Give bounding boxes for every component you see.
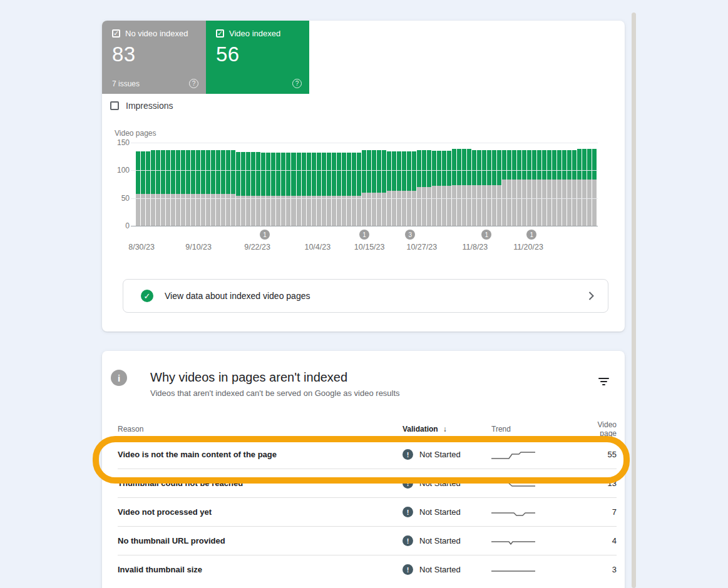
- stacked-bar[interactable]: [447, 143, 451, 226]
- stacked-bar[interactable]: [226, 143, 230, 226]
- stacked-bar[interactable]: [291, 143, 295, 226]
- stacked-bar[interactable]: [472, 143, 476, 226]
- stacked-bar[interactable]: [256, 143, 260, 226]
- stacked-bar[interactable]: [241, 143, 245, 226]
- stacked-bar[interactable]: [196, 143, 200, 226]
- filter-icon[interactable]: [595, 375, 612, 388]
- stacked-bar[interactable]: [387, 143, 391, 226]
- checkbox-impressions[interactable]: [110, 101, 119, 110]
- stacked-bar[interactable]: [412, 143, 416, 226]
- column-header-validation[interactable]: Validation ↓: [402, 425, 491, 433]
- stacked-bar[interactable]: [216, 143, 220, 226]
- stacked-bar[interactable]: [261, 143, 265, 226]
- stacked-bar[interactable]: [417, 143, 421, 226]
- stacked-bar[interactable]: [347, 143, 351, 226]
- stacked-bar[interactable]: [271, 143, 275, 226]
- stacked-bar[interactable]: [587, 143, 592, 226]
- stacked-bar[interactable]: [382, 143, 386, 226]
- stacked-bar[interactable]: [497, 143, 501, 226]
- stacked-bar[interactable]: [352, 143, 356, 226]
- stacked-bar[interactable]: [286, 143, 290, 226]
- issue-reason[interactable]: No thumbnail URL provided: [118, 536, 402, 545]
- stacked-bar[interactable]: [297, 143, 301, 226]
- stacked-bar[interactable]: [191, 143, 195, 226]
- stacked-bar[interactable]: [427, 143, 431, 226]
- annotation-marker[interactable]: 1: [526, 230, 536, 240]
- stacked-bar[interactable]: [467, 143, 471, 226]
- stat-card-no-video-indexed[interactable]: ✓ No video indexed 83 7 issues ?: [102, 21, 206, 94]
- issue-reason[interactable]: Video is not the main content of the pag…: [118, 450, 402, 459]
- impressions-toggle[interactable]: Impressions: [110, 101, 173, 111]
- stacked-bar[interactable]: [332, 143, 336, 226]
- stacked-bar[interactable]: [367, 143, 371, 226]
- stacked-bar[interactable]: [452, 143, 456, 226]
- issue-row[interactable]: Thumbnail could not be reached ! Not Sta…: [118, 469, 617, 497]
- stacked-bar[interactable]: [397, 143, 401, 226]
- stacked-bar[interactable]: [482, 143, 486, 226]
- help-icon[interactable]: ?: [189, 79, 198, 88]
- vertical-scrollbar[interactable]: [632, 13, 636, 588]
- stacked-bar[interactable]: [236, 143, 240, 226]
- column-header-reason[interactable]: Reason: [118, 425, 402, 433]
- stacked-bar[interactable]: [317, 143, 321, 226]
- column-header-video-page[interactable]: Video page: [579, 420, 617, 438]
- stacked-bar[interactable]: [577, 143, 582, 226]
- issue-row[interactable]: Video is not the main content of the pag…: [118, 440, 617, 469]
- stacked-bar[interactable]: [507, 143, 511, 226]
- stacked-bar[interactable]: [402, 143, 406, 226]
- stacked-bar[interactable]: [517, 143, 521, 226]
- issue-row[interactable]: No thumbnail URL provided ! Not Started …: [118, 526, 617, 555]
- stacked-bar[interactable]: [572, 143, 577, 226]
- stacked-bar[interactable]: [532, 143, 536, 226]
- stacked-bar[interactable]: [166, 143, 170, 226]
- stacked-bar[interactable]: [492, 143, 496, 226]
- stacked-bar[interactable]: [502, 143, 506, 226]
- stacked-bar[interactable]: [231, 143, 235, 226]
- stacked-bar[interactable]: [136, 143, 140, 226]
- stacked-bar[interactable]: [552, 143, 556, 226]
- stacked-bar[interactable]: [487, 143, 491, 226]
- stacked-bar[interactable]: [302, 143, 306, 226]
- stacked-bar[interactable]: [582, 143, 587, 226]
- stacked-bar[interactable]: [562, 143, 567, 226]
- stacked-bar[interactable]: [211, 143, 215, 226]
- stacked-bar[interactable]: [392, 143, 396, 226]
- stacked-bar[interactable]: [161, 143, 165, 226]
- stacked-bar[interactable]: [522, 143, 526, 226]
- column-header-trend[interactable]: Trend: [491, 425, 579, 433]
- stacked-bar[interactable]: [201, 143, 205, 226]
- stacked-bar[interactable]: [407, 143, 411, 226]
- stacked-bar[interactable]: [156, 143, 160, 226]
- stacked-bar[interactable]: [342, 143, 346, 226]
- stacked-bar[interactable]: [186, 143, 190, 226]
- stacked-bar[interactable]: [322, 143, 326, 226]
- view-data-banner[interactable]: ✓ View data about indexed video pages: [123, 279, 608, 313]
- stacked-bar[interactable]: [527, 143, 531, 226]
- annotation-marker[interactable]: 3: [405, 230, 415, 240]
- issue-reason[interactable]: Thumbnail could not be reached: [118, 479, 402, 488]
- stacked-bar[interactable]: [557, 143, 561, 226]
- issue-row[interactable]: Video not processed yet ! Not Started 7: [118, 497, 617, 526]
- annotation-marker[interactable]: 1: [260, 230, 270, 240]
- issue-row[interactable]: Invalid thumbnail size ! Not Started 3: [118, 555, 617, 584]
- stacked-bar[interactable]: [312, 143, 316, 226]
- stacked-bar[interactable]: [357, 143, 361, 226]
- stacked-bar[interactable]: [327, 143, 331, 226]
- stacked-bar[interactable]: [457, 143, 461, 226]
- stacked-bar[interactable]: [251, 143, 255, 226]
- stacked-bar[interactable]: [146, 143, 150, 226]
- stacked-bar[interactable]: [372, 143, 376, 226]
- issue-reason[interactable]: Video not processed yet: [118, 507, 402, 517]
- stacked-bar[interactable]: [512, 143, 516, 226]
- stacked-bar[interactable]: [377, 143, 381, 226]
- stacked-bar[interactable]: [537, 143, 541, 226]
- stacked-bar[interactable]: [442, 143, 446, 226]
- stacked-bar[interactable]: [567, 143, 572, 226]
- stacked-bar[interactable]: [281, 143, 285, 226]
- annotation-marker[interactable]: 1: [359, 230, 369, 240]
- stat-card-video-indexed[interactable]: ✓ Video indexed 56 ?: [206, 21, 309, 94]
- stacked-bar[interactable]: [181, 143, 185, 226]
- stacked-bar[interactable]: [477, 143, 481, 226]
- stacked-bar[interactable]: [422, 143, 426, 226]
- checkbox-video-indexed[interactable]: ✓: [216, 29, 224, 38]
